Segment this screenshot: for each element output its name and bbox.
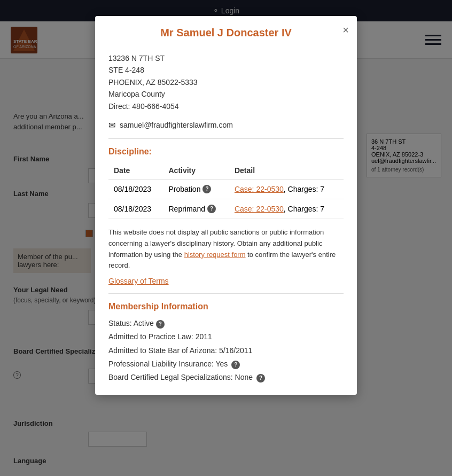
membership-admitted-az: Admitted to State Bar of Arizona: 5/16/2… [108, 344, 344, 357]
charges-0: , Charges: 7 [284, 185, 324, 193]
modal-overlay: Mr Samuel J Doncaster IV × 13236 N 7TH S… [0, 0, 452, 476]
discipline-detail-0: Case: 22-0530, Charges: 7 [229, 179, 344, 199]
address-line2: STE 4-248 [108, 64, 344, 76]
charges-1: , Charges: 7 [284, 205, 324, 213]
activity-help-icon-0[interactable]: ? [202, 185, 211, 193]
discipline-table-header-row: Date Activity Detail [108, 162, 344, 180]
membership-heading: Membership Information [108, 302, 344, 311]
discipline-date-0: 08/18/2023 [108, 179, 163, 199]
email-address: samuel@fraudfighterslawfirm.com [120, 121, 233, 129]
case-link-0[interactable]: Case: 22-0530 [235, 185, 284, 193]
discipline-table: Date Activity Detail 08/18/2023Probation… [108, 162, 344, 219]
discipline-detail-1: Case: 22-0530, Charges: 7 [229, 199, 344, 219]
glossary-of-terms-link[interactable]: Glossary of Terms [108, 277, 344, 285]
disclaimer-text: This website does not display all public… [108, 227, 344, 271]
address-county: Maricopa County [108, 88, 344, 100]
membership-specializations: Board Certified Legal Specializations: N… [108, 371, 344, 384]
discipline-section: Discipline: Date Activity Detail 08/18/2… [108, 147, 344, 219]
email-icon: ✉ [108, 120, 115, 130]
discipline-activity-1: Reprimand? [163, 199, 229, 219]
status-help-icon[interactable]: ? [156, 320, 165, 329]
col-detail: Detail [229, 162, 344, 180]
discipline-heading: Discipline: [108, 147, 344, 157]
activity-text-1: Reprimand [169, 205, 205, 213]
discipline-date-1: 08/18/2023 [108, 199, 163, 219]
address-direct: Direct: 480-666-4054 [108, 100, 344, 112]
email-row: ✉ samuel@fraudfighterslawfirm.com [108, 120, 344, 130]
discipline-activity-0: Probation? [163, 179, 229, 199]
divider-1 [108, 138, 344, 139]
modal-body: 13236 N 7TH ST STE 4-248 PHOENIX, AZ 850… [95, 44, 357, 395]
address-line1: 13236 N 7TH ST [108, 52, 344, 64]
case-link-1[interactable]: Case: 22-0530 [235, 205, 284, 213]
discipline-row-0: 08/18/2023Probation?Case: 22-0530, Charg… [108, 179, 344, 199]
specializations-help-icon[interactable]: ? [256, 374, 265, 383]
divider-2 [108, 293, 344, 294]
liability-help-icon[interactable]: ? [231, 361, 240, 369]
modal-header: Mr Samuel J Doncaster IV × [95, 16, 357, 44]
address-section: 13236 N 7TH ST STE 4-248 PHOENIX, AZ 850… [108, 52, 344, 112]
status-text: Status: Active [108, 319, 154, 327]
membership-liability: Professional Liability Insurance: Yes ? [108, 357, 344, 371]
membership-status: Status: Active ? [108, 317, 344, 330]
address-line3: PHOENIX, AZ 85022-5333 [108, 76, 344, 88]
specializations-text: Board Certified Legal Specializations: N… [108, 373, 253, 381]
liability-text: Professional Liability Insurance: Yes [108, 360, 228, 368]
history-request-link[interactable]: history request form [184, 251, 246, 259]
modal-close-button[interactable]: × [342, 24, 349, 36]
activity-help-icon-1[interactable]: ? [207, 205, 216, 213]
discipline-row-1: 08/18/2023Reprimand?Case: 22-0530, Charg… [108, 199, 344, 219]
modal-title: Mr Samuel J Doncaster IV [106, 27, 346, 39]
col-activity: Activity [163, 162, 229, 180]
membership-section: Membership Information Status: Active ? … [108, 302, 344, 384]
activity-text-0: Probation [169, 185, 201, 193]
modal-dialog: Mr Samuel J Doncaster IV × 13236 N 7TH S… [95, 16, 357, 395]
membership-admitted-law: Admitted to Practice Law: 2011 [108, 330, 344, 344]
col-date: Date [108, 162, 163, 180]
